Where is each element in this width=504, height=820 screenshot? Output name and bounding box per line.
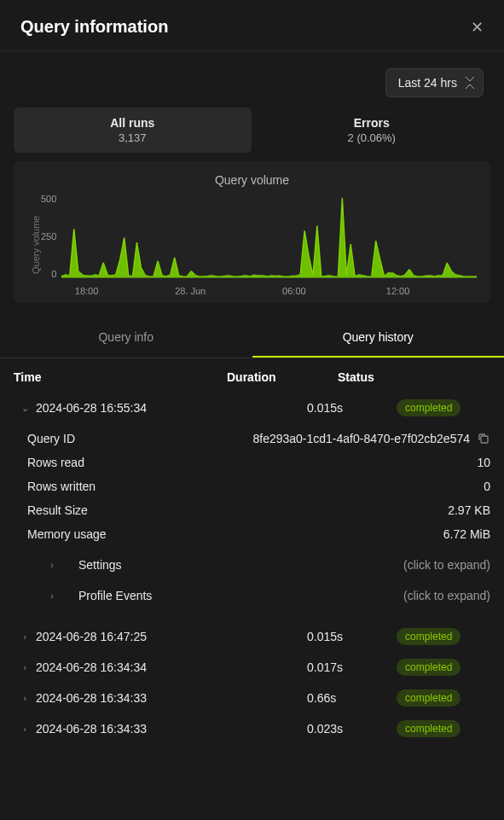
tab-query-info[interactable]: Query info [0, 318, 252, 358]
detail-value-query-id: 8fe293a0-1cd1-4af0-8470-e7f02cb2e574 [252, 432, 470, 445]
chevron-right-icon[interactable]: › [14, 724, 36, 734]
column-header-status: Status [338, 370, 490, 384]
expand-label-settings: Settings [78, 558, 122, 572]
chevron-right-icon: › [41, 560, 63, 570]
expand-row-settings[interactable]: › Settings (click to expand) [0, 550, 504, 580]
copy-icon[interactable] [477, 432, 490, 445]
expand-label-profile-events: Profile Events [78, 589, 152, 602]
detail-value-memory-usage: 6.72 MiB [443, 527, 490, 541]
chart-x-ticks: 18:0028. Jun06:0012:00 [61, 281, 477, 296]
chart-y-ticks: 500 250 0 [41, 194, 61, 296]
table-row[interactable]: ›2024-06-28 16:34:330.66scompleted [0, 683, 504, 713]
status-badge: completed [397, 399, 461, 416]
status-badge: completed [397, 659, 461, 676]
expand-hint: (click to expand) [403, 558, 490, 572]
chart-x-tick: 12:00 [386, 286, 410, 296]
detail-label-query-id: Query ID [27, 432, 75, 445]
expand-hint: (click to expand) [403, 589, 490, 602]
table-row[interactable]: ›2024-06-28 16:47:250.015scompleted [0, 621, 504, 652]
table-row[interactable]: ›2024-06-28 16:34:340.017scompleted [0, 652, 504, 683]
chart-x-tick: 28. Jun [175, 286, 206, 296]
detail-value-result-size: 2.97 KB [448, 503, 490, 517]
table-row[interactable]: ⌄ 2024-06-28 16:55:34 0.015s completed [0, 393, 504, 423]
svg-rect-1 [481, 436, 488, 443]
row-duration: 0.017s [307, 660, 397, 674]
chevron-right-icon[interactable]: › [14, 693, 36, 703]
stat-label: All runs [22, 116, 243, 130]
query-volume-chart: Query volume Query volume 500 250 0 18:0… [14, 161, 490, 303]
stat-tab-errors[interactable]: Errors 2 (0.06%) [253, 108, 491, 153]
chevron-right-icon[interactable]: › [14, 662, 36, 672]
close-icon[interactable]: ✕ [471, 18, 484, 37]
row-time: 2024-06-28 16:34:33 [36, 722, 307, 736]
stat-label: Errors [262, 116, 483, 130]
status-badge: completed [397, 628, 461, 645]
detail-label-rows-read: Rows read [27, 456, 84, 469]
stat-value: 2 (0.06%) [262, 131, 483, 144]
detail-label-memory-usage: Memory usage [27, 527, 107, 541]
detail-label-rows-written: Rows written [27, 480, 96, 493]
chevron-right-icon: › [41, 590, 63, 601]
status-badge: completed [397, 720, 461, 737]
table-row[interactable]: ›2024-06-28 16:34:330.023scompleted [0, 713, 504, 744]
row-time: 2024-06-28 16:47:25 [36, 630, 307, 643]
row-duration: 0.015s [307, 630, 397, 643]
timerange-dropdown[interactable]: Last 24 hrs [385, 68, 484, 97]
detail-value-rows-read: 10 [477, 456, 490, 469]
chevron-right-icon[interactable]: › [14, 631, 36, 642]
column-header-time: Time [14, 370, 227, 384]
tab-query-history[interactable]: Query history [252, 318, 505, 358]
stat-tab-all-runs[interactable]: All runs 3,137 [14, 108, 252, 153]
row-duration: 0.66s [307, 691, 397, 705]
row-duration: 0.015s [307, 401, 397, 415]
row-time: 2024-06-28 16:34:34 [36, 660, 307, 674]
chart-title: Query volume [27, 173, 477, 187]
chart-x-tick: 06:00 [282, 286, 306, 296]
expand-row-profile-events[interactable]: › Profile Events (click to expand) [0, 580, 504, 611]
page-title: Query information [20, 17, 168, 37]
status-badge: completed [397, 689, 461, 707]
stat-value: 3,137 [22, 131, 243, 144]
row-time: 2024-06-28 16:34:33 [36, 691, 307, 705]
column-header-duration: Duration [227, 370, 338, 384]
row-time: 2024-06-28 16:55:34 [36, 401, 307, 415]
chart-ylabel: Query volume [27, 194, 41, 296]
chart-x-tick: 18:00 [75, 286, 99, 296]
chevron-down-icon[interactable]: ⌄ [14, 403, 36, 414]
row-duration: 0.023s [307, 722, 397, 736]
detail-value-rows-written: 0 [484, 480, 490, 493]
detail-label-result-size: Result Size [27, 503, 88, 517]
